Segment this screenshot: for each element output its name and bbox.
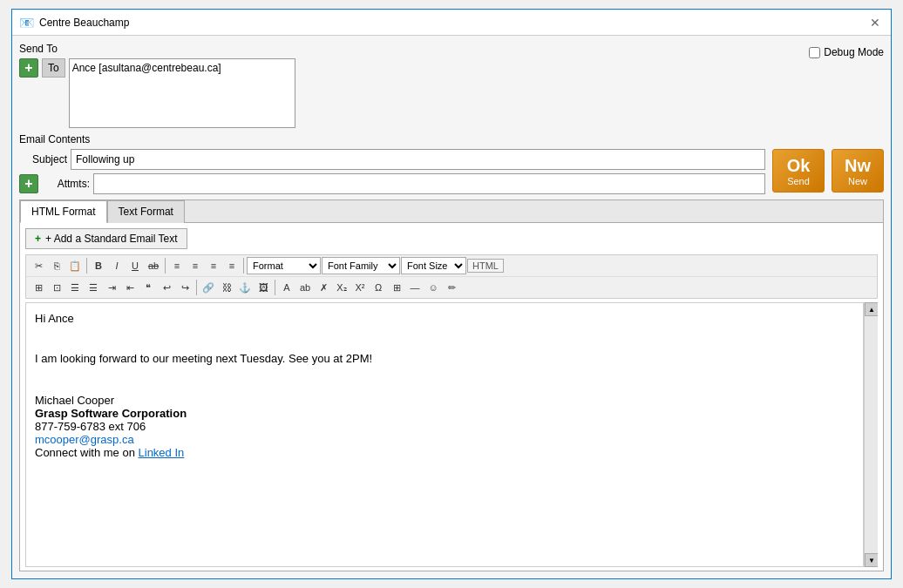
send-button[interactable]: Ok Send	[772, 149, 825, 193]
format-dropdown[interactable]: Format	[247, 257, 321, 274]
send-button-sublabel: Send	[787, 176, 810, 186]
title-bar: 📧 Centre Beauchamp ✕	[12, 10, 891, 36]
signature-block: Michael Cooper Grasp Software Corporatio…	[35, 394, 854, 459]
unordered-list-button[interactable]: ☰	[66, 279, 84, 296]
toolbar-row-2: ⊞ ⊡ ☰ ☰ ⇥ ⇤ ❝ ↩ ↪ 🔗 ⛓ ⚓ 🖼	[26, 277, 877, 298]
to-input[interactable]: Ance [asultana@centrebeau.ca]	[69, 58, 295, 128]
add-recipient-button[interactable]: +	[19, 58, 38, 78]
attmts-label: Attmts:	[42, 178, 90, 190]
indent-button[interactable]: ⇥	[103, 279, 120, 296]
editor-line4	[35, 372, 854, 385]
toolbar-separator-2	[165, 258, 166, 274]
toolbar-btn-1[interactable]: ⊞	[30, 279, 47, 296]
new-button-sublabel: New	[848, 176, 867, 186]
subscript-button[interactable]: X₂	[333, 279, 350, 296]
italic-button[interactable]: I	[108, 257, 126, 274]
title-bar-left: 📧 Centre Beauchamp	[19, 16, 129, 30]
unlink-button[interactable]: ⛓	[218, 279, 235, 296]
add-attachment-button[interactable]: +	[19, 174, 38, 193]
scrollbar: ▲ ▼	[864, 302, 878, 567]
new-button[interactable]: Nw New	[832, 149, 884, 193]
html-button[interactable]: HTML	[467, 259, 504, 273]
send-button-label: Ok	[787, 156, 811, 176]
scroll-down-button[interactable]: ▼	[865, 553, 878, 567]
sig-phone: 877-759-6783 ext 706	[35, 420, 854, 433]
underline-button[interactable]: U	[126, 257, 144, 274]
subject-input[interactable]	[71, 149, 765, 170]
close-button[interactable]: ✕	[866, 14, 884, 31]
edit-button[interactable]: ✏	[443, 279, 460, 296]
tab-content: + + Add a Standard Email Text ✂ ⎘ 📋 B I …	[20, 223, 883, 571]
outdent-button[interactable]: ⇤	[121, 279, 139, 296]
window-icon: 📧	[19, 16, 34, 30]
sig-email: mcooper@grasp.ca	[35, 433, 854, 446]
sig-company: Grasp Software Corporation	[35, 407, 854, 420]
action-buttons: Ok Send Nw New	[772, 149, 884, 193]
subject-label: Subject	[19, 153, 67, 166]
send-to-row: + To Ance [asultana@centrebeau.ca]	[19, 58, 809, 128]
email-fields: Subject + Attmts:	[19, 149, 765, 194]
toolbar-btn-2[interactable]: ⊡	[48, 279, 65, 296]
undo-button[interactable]: ↩	[158, 279, 175, 296]
window-content: Send To + To Ance [asultana@centrebeau.c…	[12, 36, 891, 578]
font-family-dropdown[interactable]: Font Family	[322, 257, 400, 274]
redo-button[interactable]: ↪	[176, 279, 194, 296]
tabs-header: HTML Format Text Format	[20, 200, 883, 223]
tab-text-format[interactable]: Text Format	[107, 200, 185, 223]
editor-area[interactable]: Hi Ance I am looking forward to our meet…	[25, 302, 864, 567]
recipient-value: Ance [asultana@centrebeau.ca]	[72, 62, 221, 74]
to-label: To	[42, 58, 65, 78]
email-contents-section: Email Contents Subject + Attmts:	[19, 133, 884, 194]
special-chars-button[interactable]: Ω	[370, 279, 387, 296]
sig-linkedin-link[interactable]: Linked In	[139, 446, 185, 459]
emoji-button[interactable]: ☺	[424, 279, 442, 296]
superscript-button[interactable]: X²	[351, 279, 369, 296]
table-button[interactable]: ⊞	[388, 279, 405, 296]
text-color-button[interactable]: A	[278, 279, 295, 296]
align-left-button[interactable]: ≡	[168, 257, 186, 274]
debug-mode-checkbox[interactable]	[809, 47, 820, 58]
email-row: Subject + Attmts: Ok Send Nw	[19, 149, 884, 194]
main-window: 📧 Centre Beauchamp ✕ Send To + To Ance […	[11, 9, 892, 579]
highlight-button[interactable]: ab	[296, 279, 314, 296]
toolbar-separator-3	[243, 258, 244, 274]
bold-button[interactable]: B	[90, 257, 107, 274]
sig-name: Michael Cooper	[35, 394, 854, 407]
send-to-label: Send To	[19, 43, 809, 55]
insert-anchor-button[interactable]: ⚓	[236, 279, 254, 296]
attmts-row: + Attmts:	[19, 173, 765, 194]
insert-image-button[interactable]: 🖼	[255, 279, 272, 296]
editor-line2	[35, 332, 854, 345]
align-right-button[interactable]: ≡	[205, 257, 222, 274]
send-to-section: Send To + To Ance [asultana@centrebeau.c…	[19, 43, 809, 128]
add-standard-email-button[interactable]: + + Add a Standard Email Text	[25, 228, 187, 249]
cut-button[interactable]: ✂	[30, 257, 47, 274]
ordered-list-button[interactable]: ☰	[85, 279, 102, 296]
toolbar-row-1: ✂ ⎘ 📋 B I U ab ≡ ≡ ≡ ≡	[26, 255, 877, 277]
tab-html-format[interactable]: HTML Format	[20, 200, 107, 223]
debug-mode-area: Debug Mode	[809, 46, 884, 58]
editor-toolbar: ✂ ⎘ 📋 B I U ab ≡ ≡ ≡ ≡	[25, 254, 878, 299]
tabs-section: HTML Format Text Format + + Add a Standa…	[19, 199, 884, 571]
attmts-input[interactable]	[93, 173, 765, 194]
sig-connect: Connect with me on Linked In	[35, 446, 854, 459]
clear-format-button[interactable]: ✗	[315, 279, 332, 296]
strikethrough-button[interactable]: ab	[145, 257, 162, 274]
paste-button[interactable]: 📋	[66, 257, 84, 274]
copy-button[interactable]: ⎘	[48, 257, 65, 274]
add-standard-label: + Add a Standard Email Text	[45, 233, 178, 245]
horizontal-rule-button[interactable]: —	[406, 279, 424, 296]
scroll-up-button[interactable]: ▲	[865, 302, 878, 316]
editor-container: Hi Ance I am looking forward to our meet…	[25, 302, 878, 567]
toolbar-separator-5	[275, 280, 275, 295]
subject-row: Subject	[19, 149, 765, 170]
font-size-dropdown[interactable]: Font Size	[401, 257, 466, 274]
insert-link-button[interactable]: 🔗	[200, 279, 217, 296]
align-center-button[interactable]: ≡	[187, 257, 204, 274]
add-standard-icon: +	[35, 233, 41, 245]
upper-section: Send To + To Ance [asultana@centrebeau.c…	[19, 43, 884, 128]
scroll-track	[865, 316, 878, 553]
toolbar-separator-4	[196, 280, 197, 295]
blockquote-button[interactable]: ❝	[139, 279, 157, 296]
align-justify-button[interactable]: ≡	[223, 257, 241, 274]
